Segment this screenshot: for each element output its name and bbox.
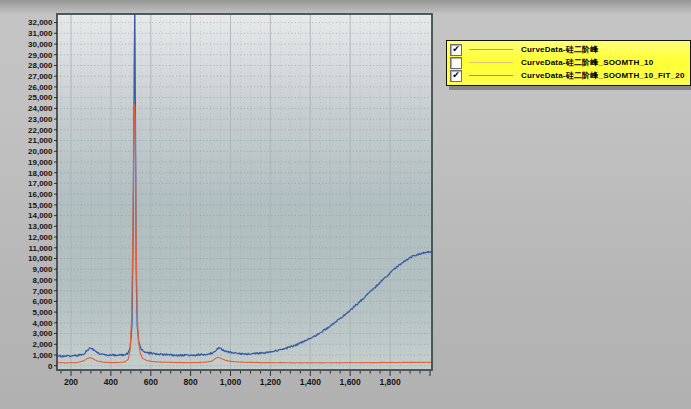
svg-text:0: 0 [48,362,53,371]
svg-text:1,600: 1,600 [340,377,362,387]
svg-text:1,000: 1,000 [32,351,53,360]
svg-text:31,000: 31,000 [28,29,53,38]
x-axis-labels: 2004006008001,0001,2001,4001,6001,800 [61,371,430,387]
svg-text:3,000: 3,000 [32,329,53,338]
svg-text:12,000: 12,000 [28,233,53,242]
svg-text:27,000: 27,000 [28,72,53,81]
legend-label-raw-curve: CurveData-硅二阶峰 [521,44,598,55]
svg-text:600: 600 [144,377,158,387]
svg-text:200: 200 [64,377,78,387]
svg-text:25,000: 25,000 [28,93,53,102]
legend-row: ✔ CurveData-硅二阶峰 [450,43,685,56]
svg-text:14,000: 14,000 [28,211,53,220]
svg-text:15,000: 15,000 [28,201,53,210]
svg-text:11,000: 11,000 [28,244,53,253]
svg-text:1,400: 1,400 [300,377,322,387]
svg-text:400: 400 [104,377,118,387]
svg-text:19,000: 19,000 [28,158,53,167]
legend-row: CurveData-硅二阶峰_SOOMTH_10 [450,56,685,69]
svg-text:30,000: 30,000 [28,40,53,49]
legend-row: ✔ CurveData-硅二阶峰_SOOMTH_10_FIT_20 [450,69,685,82]
svg-text:23,000: 23,000 [28,115,53,124]
legend-label-fit-curve: CurveData-硅二阶峰_SOOMTH_10_FIT_20 [521,70,685,81]
svg-text:1,000: 1,000 [220,377,242,387]
svg-text:1,800: 1,800 [379,377,401,387]
svg-text:6,000: 6,000 [32,297,53,306]
svg-text:5,000: 5,000 [32,308,53,317]
svg-text:18,000: 18,000 [28,169,53,178]
svg-text:29,000: 29,000 [28,51,53,60]
spectrum-chart: 01,0002,0003,0004,0005,0006,0007,0008,00… [0,0,455,405]
svg-text:13,000: 13,000 [28,222,53,231]
legend-checkbox-smooth-curve[interactable] [450,57,462,69]
legend-line-sample [469,75,513,76]
svg-text:800: 800 [184,377,198,387]
svg-text:16,000: 16,000 [28,190,53,199]
svg-text:4,000: 4,000 [32,319,53,328]
legend-box: ✔ CurveData-硅二阶峰 CurveData-硅二阶峰_SOOMTH_1… [446,40,691,86]
svg-text:21,000: 21,000 [28,136,53,145]
legend-label-smooth-curve: CurveData-硅二阶峰_SOOMTH_10 [521,57,653,68]
svg-text:24,000: 24,000 [28,104,53,113]
svg-text:2,000: 2,000 [32,340,53,349]
svg-text:22,000: 22,000 [28,126,53,135]
svg-text:32,000: 32,000 [28,18,53,27]
svg-text:9,000: 9,000 [32,265,53,274]
legend-line-sample [469,62,513,63]
svg-text:26,000: 26,000 [28,83,53,92]
legend-checkbox-fit-curve[interactable]: ✔ [450,70,462,82]
legend-line-sample [469,49,513,50]
y-axis-labels: 01,0002,0003,0004,0005,0006,0007,0008,00… [28,18,57,370]
svg-text:20,000: 20,000 [28,147,53,156]
svg-text:7,000: 7,000 [32,287,53,296]
svg-text:17,000: 17,000 [28,179,53,188]
plot-area[interactable] [57,14,432,370]
legend-checkbox-raw-curve[interactable]: ✔ [450,44,462,56]
svg-text:1,200: 1,200 [260,377,282,387]
svg-text:8,000: 8,000 [32,276,53,285]
svg-text:28,000: 28,000 [28,61,53,70]
app-window: 01,0002,0003,0004,0005,0006,0007,0008,00… [0,0,691,409]
svg-text:10,000: 10,000 [28,254,53,263]
